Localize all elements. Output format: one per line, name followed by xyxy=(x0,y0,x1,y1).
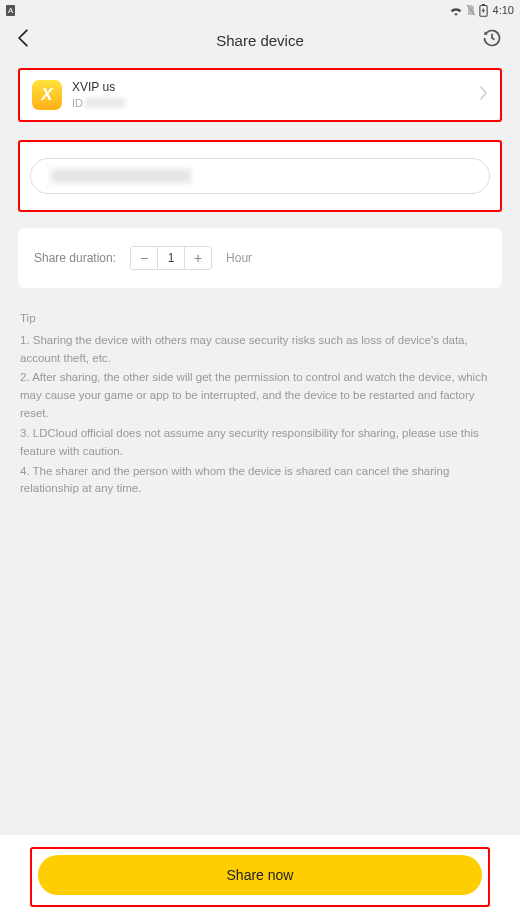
duration-unit: Hour xyxy=(226,251,252,265)
duration-value: 1 xyxy=(157,247,185,269)
tip-line-3: 3. LDCloud official does not assume any … xyxy=(20,425,500,461)
duration-card: Share duration: − 1 + Hour xyxy=(18,228,502,288)
share-target-input[interactable] xyxy=(30,158,490,194)
clock-time: 4:10 xyxy=(493,4,514,16)
tip-line-1: 1. Sharing the device with others may ca… xyxy=(20,332,500,368)
decrement-button[interactable]: − xyxy=(131,247,157,269)
duration-label: Share duration: xyxy=(34,251,116,265)
device-id: ID xyxy=(72,96,480,110)
back-button[interactable] xyxy=(18,29,29,51)
increment-button[interactable]: + xyxy=(185,247,211,269)
page-header: Share device xyxy=(0,20,520,60)
history-button[interactable] xyxy=(482,28,502,52)
input-value-blurred xyxy=(51,169,191,183)
tip-line-2: 2. After sharing, the other side will ge… xyxy=(20,369,500,422)
tip-line-4: 4. The sharer and the person with whom t… xyxy=(20,463,500,499)
duration-stepper: − 1 + xyxy=(130,246,212,270)
svg-rect-1 xyxy=(482,4,485,5)
device-row[interactable]: X XVIP us ID xyxy=(20,70,500,120)
tips-section: Tip 1. Sharing the device with others ma… xyxy=(18,310,502,498)
device-name: XVIP us xyxy=(72,80,480,96)
app-icon: X xyxy=(32,80,62,110)
wifi-icon xyxy=(449,5,463,16)
battery-icon xyxy=(479,4,488,17)
input-highlight xyxy=(18,140,502,212)
device-highlight: X XVIP us ID xyxy=(18,68,502,122)
device-id-value xyxy=(85,98,125,108)
app-indicator: A xyxy=(6,5,15,16)
share-button-highlight: Share now xyxy=(30,847,490,907)
no-sim-icon xyxy=(466,4,476,16)
bottom-bar: Share now xyxy=(0,835,520,923)
status-bar: A 4:10 xyxy=(0,0,520,20)
page-title: Share device xyxy=(216,32,304,49)
chevron-right-icon xyxy=(480,86,488,104)
chevron-left-icon xyxy=(18,29,29,47)
share-now-button[interactable]: Share now xyxy=(38,855,482,895)
tips-title: Tip xyxy=(20,310,500,328)
history-icon xyxy=(482,28,502,48)
